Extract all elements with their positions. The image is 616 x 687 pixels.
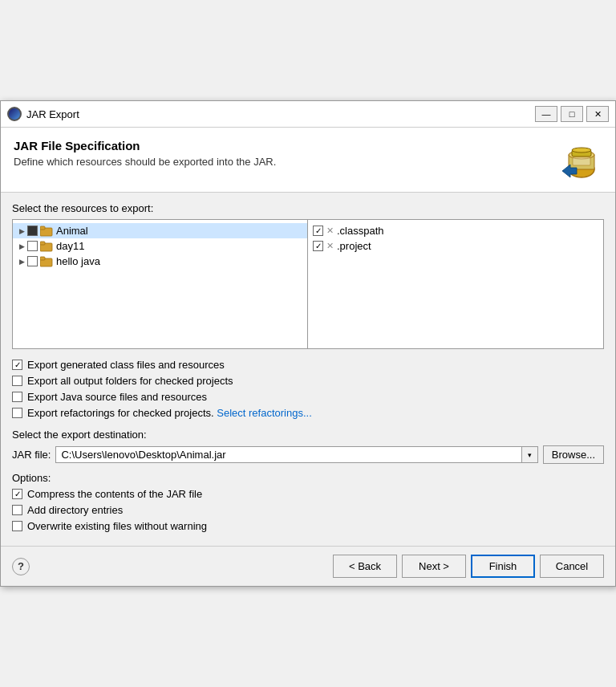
option-1-checkbox[interactable] — [12, 505, 22, 515]
svg-rect-11 — [40, 242, 45, 245]
export-options-section: Export generated class files and resourc… — [12, 359, 604, 419]
window-title: JAR Export — [26, 108, 535, 120]
next-button[interactable]: Next > — [402, 555, 466, 578]
options-section: Options: Compress the contents of the JA… — [12, 472, 604, 532]
export-option-2-checkbox[interactable] — [12, 392, 22, 402]
file-icon-project: ✕ — [326, 241, 334, 251]
file-label-project: .project — [337, 240, 371, 252]
close-button[interactable]: ✕ — [586, 106, 609, 122]
footer-left: ? — [12, 558, 30, 575]
page-title: JAR File Specification — [14, 139, 561, 152]
files-panel[interactable]: ✓ ✕ .classpath ✓ ✕ .project — [308, 220, 603, 348]
export-option-1: Export all output folders for checked pr… — [12, 375, 604, 387]
export-option-1-checkbox[interactable] — [12, 376, 22, 386]
option-2: Overwrite existing files without warning — [12, 520, 604, 532]
svg-rect-7 — [28, 226, 37, 235]
folder-icon-day11 — [40, 241, 53, 252]
tree-label-day11: day11 — [56, 240, 84, 252]
export-option-2-label: Export Java source files and resources — [27, 391, 207, 403]
tree-checkbox-hellojava[interactable] — [27, 256, 38, 266]
file-label-classpath: .classpath — [337, 225, 384, 237]
file-checkbox-classpath[interactable]: ✓ — [313, 226, 323, 236]
export-dest-label: Select the export destination: — [12, 429, 604, 441]
svg-rect-5 — [573, 157, 590, 165]
header-section: JAR File Specification Define which reso… — [1, 128, 615, 193]
export-option-2: Export Java source files and resources — [12, 391, 604, 403]
file-checkbox-project[interactable]: ✓ — [313, 241, 323, 251]
expand-arrow-day11[interactable]: ▶ — [16, 241, 27, 252]
export-option-1-label: Export all output folders for checked pr… — [27, 375, 233, 387]
jar-file-row: JAR file: ▾ Browse... — [12, 445, 604, 464]
help-button[interactable]: ? — [12, 558, 30, 575]
title-bar: JAR Export — □ ✕ — [1, 101, 615, 128]
jar-file-input[interactable] — [55, 446, 521, 463]
export-dest-section: Select the export destination: JAR file:… — [12, 429, 604, 464]
export-option-0-checkbox[interactable] — [12, 360, 22, 370]
file-icon-classpath: ✕ — [326, 226, 334, 236]
tree-item-hellojava[interactable]: ▶ hello java — [13, 254, 307, 269]
svg-rect-9 — [40, 226, 45, 230]
select-refactorings-link[interactable]: Select refactorings... — [217, 407, 312, 419]
option-0-label: Compress the contents of the JAR file — [27, 488, 202, 500]
footer-bar: ? < Back Next > Finish Cancel — [1, 546, 615, 586]
jar-file-dropdown[interactable]: ▾ — [522, 446, 538, 463]
option-0: Compress the contents of the JAR file — [12, 488, 604, 500]
expand-arrow-hellojava[interactable]: ▶ — [16, 256, 27, 267]
maximize-button[interactable]: □ — [561, 106, 583, 122]
svg-rect-13 — [40, 257, 45, 260]
tree-item-animal[interactable]: ▶ Animal — [13, 223, 307, 238]
app-icon — [7, 107, 22, 121]
page-subtitle: Define which resources should be exporte… — [14, 156, 561, 168]
folder-icon-animal — [40, 226, 53, 237]
option-1-label: Add directory entries — [27, 504, 123, 516]
project-tree[interactable]: ▶ Animal ▶ — [13, 220, 308, 348]
jar-icon — [561, 139, 602, 181]
file-item-classpath[interactable]: ✓ ✕ .classpath — [308, 223, 603, 238]
export-option-3-label: Export refactorings for checked projects… — [27, 407, 312, 419]
jar-file-input-wrap: ▾ — [55, 446, 537, 463]
tree-label-hellojava: hello java — [56, 255, 100, 267]
folder-icon-hellojava — [40, 256, 53, 267]
option-2-checkbox[interactable] — [12, 521, 22, 531]
export-option-3: Export refactorings for checked projects… — [12, 407, 604, 419]
cancel-button[interactable]: Cancel — [540, 555, 604, 578]
resources-label: Select the resources to export: — [12, 202, 604, 214]
option-1: Add directory entries — [12, 504, 604, 516]
tree-checkbox-animal[interactable] — [27, 226, 38, 236]
export-option-0: Export generated class files and resourc… — [12, 359, 604, 371]
jar-export-window: JAR Export — □ ✕ JAR File Specification … — [0, 100, 616, 587]
finish-button[interactable]: Finish — [471, 555, 535, 578]
back-button[interactable]: < Back — [333, 555, 397, 578]
footer-right: < Back Next > Finish Cancel — [333, 555, 604, 578]
tree-item-day11[interactable]: ▶ day11 — [13, 238, 307, 254]
option-0-checkbox[interactable] — [12, 489, 22, 499]
export-option-0-label: Export generated class files and resourc… — [27, 359, 225, 371]
file-item-project[interactable]: ✓ ✕ .project — [308, 238, 603, 254]
tree-label-animal: Animal — [56, 225, 88, 237]
header-content: JAR File Specification Define which reso… — [14, 139, 561, 168]
main-content: Select the resources to export: ▶ Animal — [1, 193, 615, 546]
svg-point-4 — [572, 148, 591, 152]
option-2-label: Overwrite existing files without warning — [27, 520, 207, 532]
minimize-button[interactable]: — — [535, 106, 557, 122]
window-controls: — □ ✕ — [535, 106, 609, 122]
resources-panel: ▶ Animal ▶ — [12, 219, 604, 349]
options-label: Options: — [12, 472, 604, 484]
expand-arrow-animal[interactable]: ▶ — [16, 226, 27, 237]
browse-button[interactable]: Browse... — [543, 445, 604, 464]
tree-checkbox-day11[interactable] — [27, 241, 38, 251]
jar-file-label: JAR file: — [12, 449, 51, 461]
export-option-3-checkbox[interactable] — [12, 408, 22, 418]
